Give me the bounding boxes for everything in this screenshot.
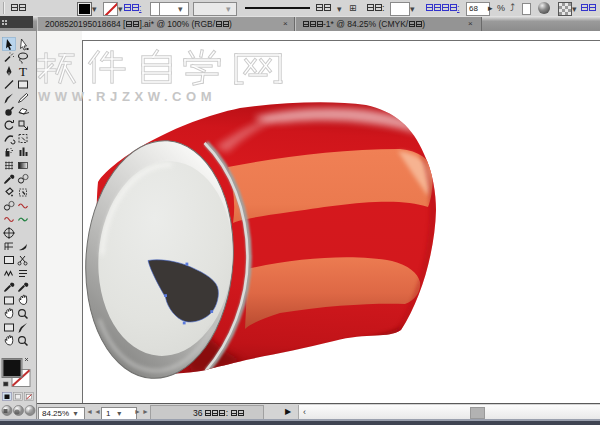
svg-text:WWW.RJZXW.COM: WWW.RJZXW.COM [38, 89, 216, 104]
svg-text:T: T [19, 64, 27, 79]
